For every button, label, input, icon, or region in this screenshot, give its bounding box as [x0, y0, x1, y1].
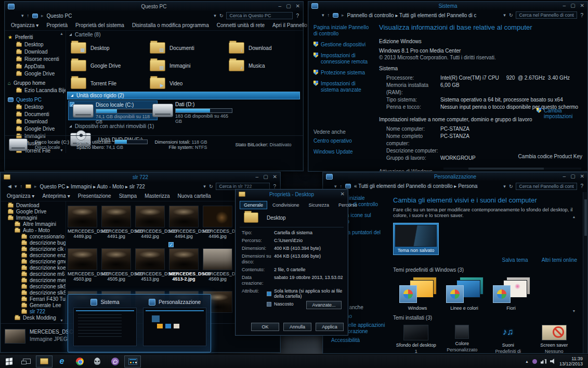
- group-header-rimovibili[interactable]: Dispositivi con archivi rimovibili (1): [69, 123, 154, 129]
- sidebar-item[interactable]: Documenti: [16, 111, 66, 117]
- titlebar[interactable]: Personalizzazione – ▢ ✕: [323, 172, 587, 181]
- tree-item[interactable]: descrizione clk dtm A: [21, 246, 66, 252]
- help-button[interactable]: ?: [273, 184, 276, 189]
- breadcrumb[interactable]: « Tutti gli elementi del Pannello di con…: [354, 183, 478, 189]
- breadcrumb[interactable]: Pannello di controllo ▸ Tutti gli elemen…: [347, 12, 476, 18]
- window-preview[interactable]: Personalizzazione: [143, 299, 206, 348]
- help-button[interactable]: ?: [296, 13, 299, 19]
- sidebar-item[interactable]: Google Drive: [16, 126, 66, 132]
- group-header-dischi[interactable]: Unità disco rigido (2): [67, 92, 300, 99]
- sidebar-group-questo-pc[interactable]: Questo PC: [8, 97, 66, 103]
- folder-tile[interactable]: ▶ Video: [147, 74, 226, 92]
- help-button[interactable]: ?: [580, 12, 583, 18]
- scroll-down-icon[interactable]: ▼: [572, 309, 576, 313]
- save-theme-link[interactable]: Salva tema: [502, 257, 528, 263]
- folder-tile[interactable]: ↓ Download: [226, 39, 302, 57]
- toolbar-button[interactable]: Proprietà: [46, 22, 68, 28]
- toolbar-button[interactable]: Organizza ▾: [7, 193, 34, 199]
- close-button[interactable]: ✕: [273, 174, 277, 180]
- personalization-setting[interactable]: Suoni Predefiniti di Windows: [485, 325, 531, 353]
- refresh-icon[interactable]: ↻: [509, 184, 513, 189]
- image-file[interactable]: MERCEDES_DSC04494.jpg: [169, 206, 199, 239]
- folder-tile[interactable]: ♪ Musica: [226, 57, 302, 74]
- current-theme-tile[interactable]: Tema non salvato: [393, 223, 439, 255]
- address-dropdown-icon[interactable]: ▾: [214, 13, 216, 18]
- address-dropdown-icon[interactable]: ▾: [503, 12, 506, 18]
- volume-icon[interactable]: [550, 359, 556, 364]
- toolbar-button[interactable]: Presentazione: [78, 193, 111, 199]
- search-input[interactable]: [516, 11, 577, 19]
- drive-tile-c[interactable]: ✓ Disco locale (C:) 74,1 GB disponibili …: [68, 100, 158, 120]
- sidebar-item[interactable]: AppData: [16, 64, 66, 69]
- folder-tile[interactable]: Torrent File: [68, 74, 147, 92]
- titlebar[interactable]: Sistema – ▢ ✕: [308, 2, 587, 10]
- vertical-scrollbar[interactable]: [583, 192, 587, 353]
- show-desktop-button[interactable]: [18, 356, 35, 367]
- window-preview[interactable]: Sistema: [73, 299, 137, 348]
- tree-item[interactable]: descrizione bugatti v: [21, 240, 66, 246]
- scroll-up-icon[interactable]: ▲: [60, 32, 63, 35]
- readonly-checkbox[interactable]: [267, 291, 271, 296]
- see-also-link[interactable]: Centro operativo: [313, 138, 353, 144]
- cp-home-link[interactable]: Pagina iniziale Pannello di controllo: [313, 24, 372, 37]
- up-icon[interactable]: ↑: [340, 184, 343, 189]
- titlebar[interactable]: Questo PC – ▢ ✕: [5, 2, 303, 11]
- titlebar[interactable]: Proprietà - Desktop ✕: [236, 189, 348, 199]
- theme-tile[interactable]: Fiori: [492, 277, 530, 311]
- tree-item[interactable]: descrizione enzo: [21, 252, 66, 259]
- drive-tile-d[interactable]: Dati (D:) 183 GB disponibili su 465 GB: [148, 100, 238, 120]
- folder-tile[interactable]: Google Drive: [68, 57, 147, 74]
- address-dropdown-icon[interactable]: ▾: [503, 184, 506, 189]
- tab[interactable]: Sicurezza: [305, 201, 334, 209]
- tab[interactable]: Condivisione: [268, 201, 304, 209]
- up-icon[interactable]: ↑: [27, 13, 30, 18]
- image-file[interactable]: MERCEDES_DSC04513.jpg: [135, 248, 165, 282]
- taskbar-viber[interactable]: [107, 356, 123, 367]
- image-file[interactable]: MERCEDES_DSC04503.jpg: [68, 248, 97, 282]
- network-icon[interactable]: [541, 359, 546, 364]
- tree-item[interactable]: descrizione mercede: [21, 277, 66, 284]
- refresh-icon[interactable]: ↻: [509, 12, 513, 18]
- taskbar-clock[interactable]: 11:39 13/12/2013: [559, 356, 585, 366]
- tree-item[interactable]: descrizione slk55 brai: [21, 284, 66, 290]
- close-button[interactable]: ✕: [296, 3, 300, 9]
- toolbar-button[interactable]: Connetti unità di rete: [217, 22, 265, 28]
- back-icon[interactable]: ◀: [8, 184, 11, 189]
- scroll-down-icon[interactable]: ▼: [60, 319, 63, 322]
- advanced-button[interactable]: Avanzate...: [306, 301, 342, 309]
- hidden-checkbox[interactable]: [267, 302, 271, 307]
- apply-button[interactable]: Applica: [316, 323, 344, 331]
- close-button[interactable]: ✕: [580, 3, 584, 9]
- up-icon[interactable]: ↑: [20, 184, 22, 189]
- sidebar-group-preferiti[interactable]: ★Preferiti: [8, 34, 66, 40]
- tree-item[interactable]: descrizione m6: [21, 271, 66, 277]
- see-also-link[interactable]: Accessibilità: [331, 337, 387, 344]
- search-input[interactable]: [226, 12, 293, 19]
- taskbar-file-explorer[interactable]: [36, 356, 53, 367]
- task-link[interactable]: Impostazioni di connessione remota: [313, 53, 372, 65]
- see-also-link[interactable]: Windows Update: [313, 149, 353, 155]
- image-file[interactable]: MERCEDES_DSC04489.jpg: [68, 206, 97, 239]
- folder-tile[interactable]: ▤ Documenti: [147, 39, 226, 57]
- tree-item[interactable]: Altre Immagini: [15, 221, 66, 227]
- toolbar-button[interactable]: Organizza ▾: [11, 22, 38, 28]
- sidebar-group-gruppo-home[interactable]: ⌂Gruppo home: [8, 80, 66, 86]
- tray-viber-icon[interactable]: [532, 359, 537, 364]
- tree-item[interactable]: Generale Lee: [21, 302, 66, 309]
- tree-item[interactable]: Auto - Moto: [15, 227, 66, 234]
- image-file[interactable]: MERCEDES_DSC04492.jpg: [135, 206, 165, 239]
- recent-locations-icon[interactable]: ▾: [15, 184, 17, 189]
- task-link[interactable]: Gestione dispositivi: [313, 42, 372, 48]
- sidebar-item[interactable]: Google Drive: [16, 71, 66, 77]
- minimize-button[interactable]: –: [563, 173, 566, 180]
- up-icon[interactable]: ↑: [328, 12, 330, 18]
- toolbar-button[interactable]: Masterizza: [145, 193, 169, 199]
- personalization-setting[interactable]: Sfondo del desktop 1: [393, 325, 439, 353]
- help-button[interactable]: ?: [580, 183, 583, 189]
- sidebar-item[interactable]: Download: [16, 119, 66, 124]
- close-button[interactable]: ✕: [580, 173, 584, 180]
- ok-button[interactable]: OK: [251, 323, 279, 331]
- sidebar-item[interactable]: Desktop: [16, 42, 66, 47]
- tree-item[interactable]: slr 722: [21, 309, 66, 315]
- horizontal-scrollbar[interactable]: [443, 168, 581, 170]
